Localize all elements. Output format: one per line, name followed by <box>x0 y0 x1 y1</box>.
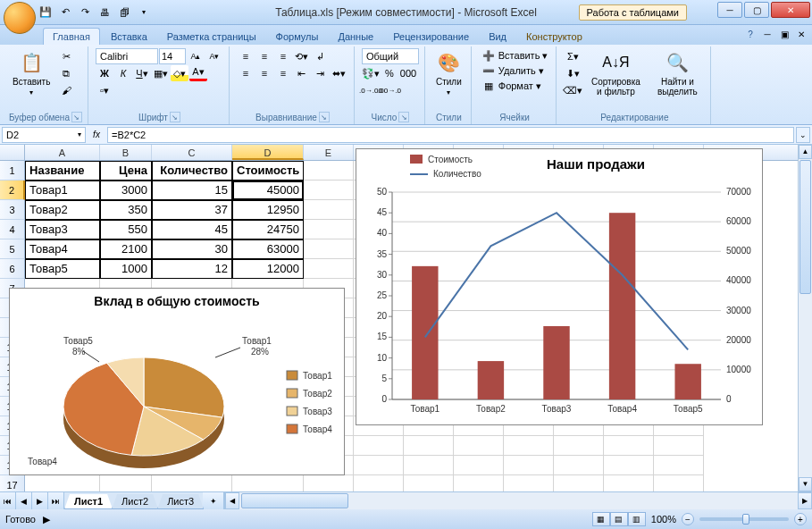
cell[interactable] <box>504 456 554 475</box>
vscroll-thumb[interactable] <box>799 160 811 294</box>
cell[interactable] <box>152 475 232 491</box>
comma-icon[interactable]: 000 <box>399 65 417 81</box>
cell[interactable]: 45 <box>152 220 232 239</box>
tab-review[interactable]: Рецензирование <box>384 29 478 45</box>
zoom-slider[interactable] <box>699 517 789 521</box>
row-header-1[interactable]: 1 <box>0 161 25 181</box>
normal-view-icon[interactable]: ▦ <box>592 512 610 526</box>
sort-filter-button[interactable]: А↓Я Сортировка и фильтр <box>585 48 646 113</box>
align-bottom-icon[interactable]: ≡ <box>274 48 292 64</box>
col-header-D[interactable]: D <box>232 145 304 160</box>
decrease-indent-icon[interactable]: ⇤ <box>293 65 311 81</box>
close-button[interactable]: ✕ <box>771 2 810 18</box>
preview-icon[interactable]: 🗐 <box>116 4 132 21</box>
help-button[interactable]: ? <box>743 27 758 41</box>
new-sheet-icon[interactable]: ✦ <box>203 492 224 509</box>
row-header-2[interactable]: 2 <box>0 181 25 200</box>
cell[interactable] <box>554 436 604 456</box>
tab-data[interactable]: Данные <box>329 29 382 45</box>
worksheet-grid[interactable]: ABCDEFGHIJKL 1234567891011121314151617 Н… <box>0 145 812 491</box>
percent-icon[interactable]: % <box>381 65 398 81</box>
cell[interactable]: 24750 <box>232 220 304 239</box>
tab-design[interactable]: Конструктор <box>517 29 591 45</box>
scroll-right-icon[interactable]: ▶ <box>798 492 812 509</box>
cell[interactable]: Товар4 <box>25 239 100 259</box>
row-header-3[interactable]: 3 <box>0 200 25 220</box>
cell[interactable] <box>304 259 354 279</box>
cell[interactable] <box>304 475 354 491</box>
name-box[interactable]: D2▾ <box>2 127 86 143</box>
cell[interactable] <box>554 475 604 491</box>
cell[interactable]: Название <box>25 161 100 181</box>
cell[interactable]: 45000 <box>232 181 304 200</box>
cell[interactable]: Товар1 <box>25 181 100 200</box>
next-sheet-icon[interactable]: ▶ <box>32 492 48 509</box>
cell[interactable] <box>404 456 454 475</box>
cell[interactable]: 550 <box>100 220 152 239</box>
cell[interactable]: Товар2 <box>25 200 100 220</box>
cell[interactable] <box>404 475 454 491</box>
align-top-icon[interactable]: ≡ <box>237 48 255 64</box>
undo-icon[interactable]: ↶ <box>57 4 73 21</box>
cell[interactable] <box>654 436 704 456</box>
col-header-A[interactable]: A <box>25 145 100 160</box>
cell[interactable] <box>604 436 654 456</box>
cell[interactable] <box>654 456 704 475</box>
hscroll-thumb[interactable] <box>241 493 348 508</box>
cell[interactable] <box>304 220 354 239</box>
scroll-down-icon[interactable]: ▼ <box>799 477 812 491</box>
cell[interactable]: Товар5 <box>25 259 100 279</box>
minimize-button[interactable]: ─ <box>717 2 742 18</box>
orientation-icon[interactable]: ⟲▾ <box>293 48 311 64</box>
row-header-4[interactable]: 4 <box>0 220 25 239</box>
row-header-17[interactable]: 17 <box>0 475 25 491</box>
doc-minimize-button[interactable]: ─ <box>760 27 774 41</box>
pie-chart[interactable]: Вклад в общую стоимость Товар128%Товар58… <box>9 288 345 475</box>
insert-cells-button[interactable]: ➕Вставить ▾ <box>479 48 551 63</box>
cell[interactable]: Товар3 <box>25 220 100 239</box>
cell[interactable] <box>304 200 354 220</box>
cell[interactable]: Стоимость <box>232 161 304 181</box>
align-center-icon[interactable]: ≡ <box>255 65 273 81</box>
tab-formulas[interactable]: Формулы <box>267 29 328 45</box>
cell[interactable] <box>304 161 354 181</box>
cell[interactable]: 12000 <box>232 259 304 279</box>
redo-icon[interactable]: ↷ <box>77 4 93 21</box>
select-all-corner[interactable] <box>0 145 25 160</box>
cell[interactable] <box>232 475 304 491</box>
increase-decimal-icon[interactable]: .0→.00 <box>362 82 380 98</box>
wrap-text-icon[interactable]: ↲ <box>312 48 330 64</box>
font-name-input[interactable] <box>96 48 158 64</box>
combo-chart[interactable]: Наши продажиСтоимостьКоличество051015202… <box>356 148 763 425</box>
sheet-tab[interactable]: Лист1 <box>64 494 113 509</box>
cell[interactable] <box>454 456 504 475</box>
office-button[interactable] <box>4 2 36 34</box>
zoom-level[interactable]: 100% <box>651 514 676 525</box>
maximize-button[interactable]: ▢ <box>744 2 769 18</box>
delete-cells-button[interactable]: ➖Удалить ▾ <box>479 63 551 78</box>
cell[interactable]: 63000 <box>232 239 304 259</box>
col-header-B[interactable]: B <box>100 145 152 160</box>
cell[interactable] <box>654 475 704 491</box>
qat-dropdown-icon[interactable]: ▾ <box>136 4 152 21</box>
italic-button[interactable]: К <box>114 65 132 81</box>
scroll-left-icon[interactable]: ◀ <box>225 492 239 509</box>
number-format-select[interactable] <box>362 48 419 64</box>
cell[interactable] <box>604 456 654 475</box>
cell[interactable]: 3000 <box>100 181 152 200</box>
cell[interactable]: Цена <box>100 161 152 181</box>
first-sheet-icon[interactable]: ⏮ <box>0 492 16 509</box>
dialog-launcher-icon[interactable]: ↘ <box>71 112 82 122</box>
accounting-icon[interactable]: 💱▾ <box>362 65 380 81</box>
format-painter-icon[interactable]: 🖌 <box>57 82 75 98</box>
scroll-up-icon[interactable]: ▲ <box>799 145 812 159</box>
vertical-scrollbar[interactable]: ▲ ▼ <box>798 145 812 491</box>
cell[interactable] <box>554 456 604 475</box>
format-cells-button[interactable]: ▦Формат ▾ <box>479 79 551 93</box>
expand-formula-bar-icon[interactable]: ⌄ <box>796 127 810 143</box>
tab-home[interactable]: Главная <box>43 28 100 45</box>
cell[interactable] <box>454 475 504 491</box>
cell[interactable] <box>25 475 100 491</box>
dialog-launcher-icon[interactable]: ↘ <box>170 112 180 122</box>
doc-close-button[interactable]: ✕ <box>794 27 808 41</box>
